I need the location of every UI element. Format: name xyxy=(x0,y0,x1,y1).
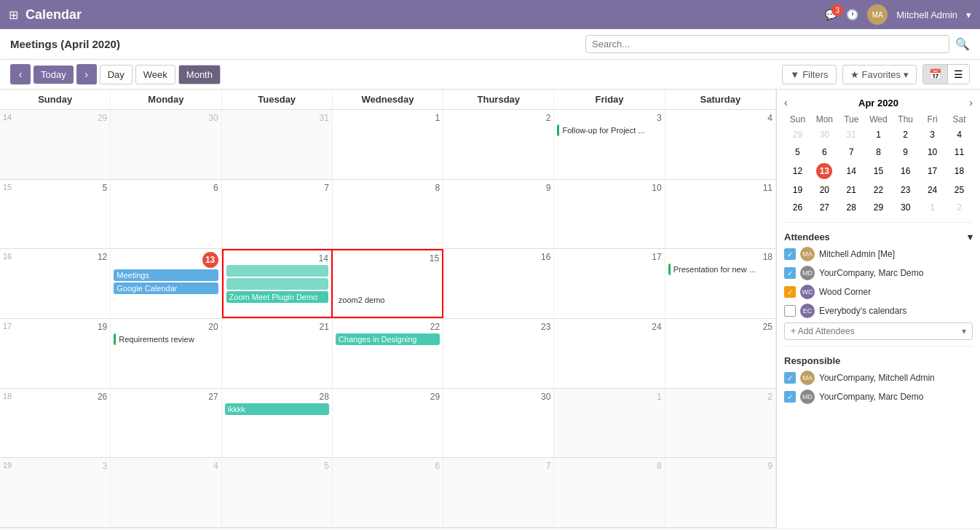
cal-cell[interactable]: 9 xyxy=(665,458,776,527)
search-input[interactable] xyxy=(585,35,949,53)
cal-cell[interactable]: 5 xyxy=(222,458,333,527)
cal-cell[interactable]: 17 xyxy=(554,249,665,318)
cal-cell[interactable]: 3 Follow-up for Project ... xyxy=(554,110,665,179)
mini-day[interactable]: 29 xyxy=(865,199,893,216)
cal-cell[interactable]: 10 xyxy=(554,180,665,249)
cal-cell[interactable]: 16 12 xyxy=(0,249,111,318)
cal-cell[interactable]: 30 xyxy=(111,110,221,179)
event-zoom2-demo[interactable]: zoom2 demo xyxy=(336,294,439,306)
cal-cell-14[interactable]: 14 Zoom Meet Plugin Demo xyxy=(222,249,333,318)
mini-day[interactable]: 25 xyxy=(946,181,973,199)
cal-cell[interactable]: 31 xyxy=(222,110,333,179)
mini-day[interactable]: 16 xyxy=(892,161,919,181)
cal-cell[interactable]: 30 xyxy=(443,389,554,458)
cal-cell[interactable]: 4 xyxy=(665,110,776,179)
mini-day[interactable]: 12 xyxy=(784,161,811,181)
favorites-button[interactable]: ★ Favorites ▾ xyxy=(842,65,917,84)
cal-cell[interactable]: 7 xyxy=(222,180,333,249)
mini-day[interactable]: 3 xyxy=(919,126,946,143)
user-name[interactable]: Mitchell Admin xyxy=(896,9,957,20)
attendee-checkbox-1[interactable]: ✓ xyxy=(784,248,796,260)
mini-day[interactable]: 31 xyxy=(838,126,865,143)
mini-day[interactable]: 9 xyxy=(892,143,919,161)
mini-day[interactable]: 22 xyxy=(865,181,893,199)
clock-icon[interactable]: 🕐 xyxy=(846,9,858,20)
mini-day[interactable]: 30 xyxy=(811,126,838,143)
attendee-checkbox-3[interactable]: ✓ xyxy=(784,286,796,298)
prev-button[interactable]: ‹ xyxy=(10,64,31,84)
mini-day[interactable]: 23 xyxy=(892,181,919,199)
mini-day[interactable]: 24 xyxy=(919,181,946,199)
calendar-view-button[interactable]: 📅 xyxy=(923,65,947,84)
cal-cell[interactable]: 8 xyxy=(333,180,443,249)
grid-icon[interactable]: ⊞ xyxy=(9,8,18,22)
cal-cell[interactable]: 18 26 xyxy=(0,389,111,458)
cal-cell[interactable]: 1 xyxy=(333,110,443,179)
mini-day[interactable]: 11 xyxy=(946,143,973,161)
mini-day[interactable]: 6 xyxy=(811,143,838,161)
mini-day[interactable]: 14 xyxy=(838,161,865,181)
week-view-button[interactable]: Week xyxy=(135,65,175,84)
mini-day[interactable]: 2 xyxy=(946,199,973,216)
attendees-dropdown-icon[interactable]: ▾ xyxy=(968,232,973,242)
responsible-checkbox-1[interactable]: ✓ xyxy=(784,372,796,384)
cal-cell[interactable]: 25 xyxy=(665,319,776,388)
mini-day[interactable]: 8 xyxy=(865,143,893,161)
today-button[interactable]: Today xyxy=(33,66,74,84)
event-meetings[interactable]: Meetings xyxy=(114,269,218,281)
attendee-checkbox-4[interactable] xyxy=(784,305,796,317)
day-view-button[interactable]: Day xyxy=(100,65,133,84)
mini-day[interactable]: 28 xyxy=(838,199,865,216)
event-bar[interactable]: Follow-up for Project ... xyxy=(557,124,661,136)
cal-cell[interactable]: 1 xyxy=(554,389,665,458)
event-presentation[interactable]: Presentation for new ... xyxy=(668,264,772,275)
mini-day[interactable]: 5 xyxy=(784,143,811,161)
mini-day[interactable]: 26 xyxy=(784,199,811,216)
mini-day[interactable]: 29 xyxy=(784,126,811,143)
mini-day[interactable]: 4 xyxy=(946,126,973,143)
event-requirements[interactable]: Requirements review xyxy=(114,333,218,345)
cal-cell[interactable]: 15 5 xyxy=(0,180,111,249)
cal-cell[interactable]: 28 ikkkk xyxy=(222,389,333,458)
avatar[interactable]: MA xyxy=(867,4,888,25)
cal-cell-today[interactable]: 13 Meetings Google Calendar xyxy=(111,249,221,318)
cal-cell[interactable]: 16 xyxy=(443,249,554,318)
add-attendees-dropdown[interactable]: + Add Attendees ▾ xyxy=(784,323,973,340)
cal-cell[interactable]: 22 Changes in Designing xyxy=(333,319,443,388)
attendee-checkbox-2[interactable]: ✓ xyxy=(784,267,796,279)
messages-icon[interactable]: 💬 3 xyxy=(825,9,837,20)
event-span1[interactable] xyxy=(226,265,328,277)
mini-day[interactable]: 27 xyxy=(811,199,838,216)
filters-button[interactable]: ▼ Filters xyxy=(782,65,836,84)
user-dropdown-icon[interactable]: ▾ xyxy=(966,9,971,20)
cal-cell[interactable]: 4 xyxy=(111,458,221,527)
event-span2[interactable] xyxy=(226,278,328,290)
mini-day[interactable]: 1 xyxy=(865,126,893,143)
cal-cell[interactable]: 8 xyxy=(554,458,665,527)
cal-cell[interactable]: 2 xyxy=(443,110,554,179)
cal-cell[interactable]: 6 xyxy=(333,458,443,527)
cal-cell[interactable]: 24 xyxy=(554,319,665,388)
mini-day[interactable]: 21 xyxy=(838,181,865,199)
cal-cell[interactable]: 19 3 xyxy=(0,458,111,527)
cal-cell[interactable]: 14 29 xyxy=(0,110,111,179)
mini-day[interactable]: 17 xyxy=(919,161,946,181)
cal-cell[interactable]: 21 xyxy=(222,319,333,388)
mini-day[interactable]: 20 xyxy=(811,181,838,199)
mini-day[interactable]: 15 xyxy=(865,161,893,181)
mini-day[interactable]: 18 xyxy=(946,161,973,181)
cal-cell[interactable]: 17 19 xyxy=(0,319,111,388)
next-button[interactable]: › xyxy=(76,64,97,84)
search-button[interactable]: 🔍 xyxy=(955,37,970,51)
mini-day[interactable]: 7 xyxy=(838,143,865,161)
event-changes-designing[interactable]: Changes in Designing xyxy=(336,333,440,345)
responsible-checkbox-2[interactable]: ✓ xyxy=(784,391,796,403)
cal-cell[interactable]: 7 xyxy=(443,458,554,527)
mini-day[interactable]: 1 xyxy=(919,199,946,216)
cal-cell[interactable]: 6 xyxy=(111,180,221,249)
cal-cell[interactable]: 9 xyxy=(443,180,554,249)
cal-cell-15[interactable]: 15 zoom2 demo xyxy=(333,249,443,318)
month-view-button[interactable]: Month xyxy=(178,65,221,84)
mini-next-button[interactable]: › xyxy=(969,97,973,108)
event-ikkkk[interactable]: ikkkk xyxy=(225,403,329,415)
